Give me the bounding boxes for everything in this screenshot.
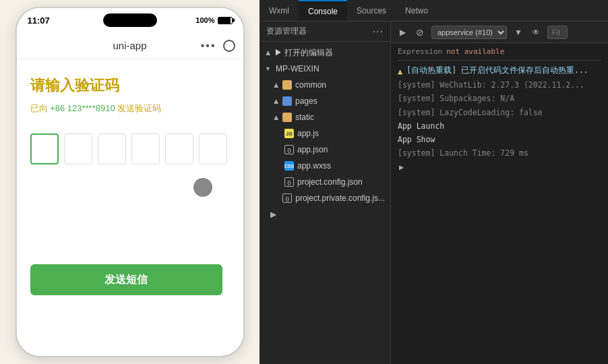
dropdown-icon[interactable]: ▼	[512, 26, 524, 38]
console-content: Expression not available ▲ [自动热重载] 已开启代码…	[391, 43, 608, 364]
tree-chevron[interactable]: ▶	[260, 206, 390, 222]
verify-subtitle: 已向 +86 123****8910 发送验证码	[30, 102, 230, 115]
folder-icon	[282, 113, 292, 122]
phone-navbar: uni-app •••	[17, 32, 243, 59]
context-select[interactable]: appservice (#10)	[431, 26, 507, 39]
phone-content: 请输入验证码 已向 +86 123****8910 发送验证码 发送短信	[17, 59, 243, 311]
code-input-3[interactable]	[98, 133, 126, 164]
arrow-right-icon: ▶	[272, 115, 279, 120]
battery-percent: 100%	[195, 16, 214, 24]
code-input-1[interactable]	[30, 133, 59, 164]
line-text: [system] LazyCodeLoading: false	[398, 107, 543, 119]
js-file-icon: JS	[284, 129, 294, 138]
tree-open-editors[interactable]: ▶ ▶ 打开的编辑器	[260, 44, 390, 61]
file-tree-title: 资源管理器	[266, 26, 307, 37]
tree-static[interactable]: ▶ static	[260, 109, 390, 125]
console-line-2: [system] Subpackages: N/A	[398, 93, 601, 104]
tab-wxml[interactable]: Wxml	[260, 0, 299, 21]
json-file-icon: {}	[284, 177, 294, 187]
file-tree-section: ▶ ▶ 打开的编辑器 ▼ MP-WEIXIN ▶ common ▶	[260, 42, 390, 225]
tree-project-config[interactable]: {} project.config.json	[260, 174, 390, 190]
battery-icon	[218, 17, 233, 24]
folder-blue-icon	[282, 96, 292, 106]
phone-frame: 11:07 100% uni-app ••• 请输入验证码 已向 +86 123…	[16, 7, 245, 357]
eye-icon[interactable]: 👁	[530, 26, 542, 38]
code-input-4[interactable]	[131, 133, 160, 164]
tree-common[interactable]: ▶ common	[260, 77, 390, 93]
arrow-down-icon: ▼	[265, 65, 271, 72]
tree-project-private[interactable]: {} project.private.config.js...	[260, 190, 390, 206]
line-text: App Launch	[398, 121, 444, 132]
file-tree-more-icon[interactable]: ···	[373, 26, 384, 38]
line-text: [system] Launch Time: 729 ms	[398, 148, 528, 159]
console-toolbar: ▶ ⊘ appservice (#10) ▼ 👁	[391, 22, 608, 43]
tree-app-wxss[interactable]: CSS app.wxss	[260, 158, 390, 174]
file-tree-header: 资源管理器 ···	[260, 22, 390, 42]
console-line-3: [system] LazyCodeLoading: false	[398, 107, 601, 119]
battery-fill	[218, 18, 231, 24]
block-icon[interactable]: ⊘	[414, 26, 426, 38]
console-line-5: App Show	[398, 134, 601, 146]
tree-mp-weixin[interactable]: ▼ MP-WEIXIN	[260, 61, 390, 77]
json-file-icon: {}	[284, 145, 294, 154]
warning-icon: ▲	[398, 65, 402, 78]
execute-icon[interactable]: ▶	[396, 26, 408, 38]
console-line-1: [system] WeChatLib: 2.27.3 (2022.11.2...	[398, 80, 601, 91]
code-input-5[interactable]	[165, 133, 193, 164]
line-text: App Show	[398, 134, 435, 146]
phone-panel: 11:07 100% uni-app ••• 请输入验证码 已向 +86 123…	[0, 0, 260, 364]
subtitle-suffix: 发送验证码	[117, 103, 161, 113]
arrow-right-icon: ▶	[272, 99, 279, 104]
phone-time: 11:07	[28, 16, 50, 26]
warning-line: ▲ [自动热重载] 已开启代码文件保存后自动热重...	[398, 65, 601, 78]
phone-status-right: 100%	[195, 16, 232, 24]
json-file-icon: {}	[282, 193, 292, 203]
more-icon[interactable]: •••	[201, 40, 216, 52]
line-text: [system] Subpackages: N/A	[398, 93, 514, 104]
tree-app-json[interactable]: {} app.json	[260, 142, 390, 158]
verify-title: 请输入验证码	[30, 75, 230, 96]
subtitle-prefix: 已向	[30, 103, 48, 113]
record-icon[interactable]	[223, 40, 235, 52]
console-panel: ▶ ⊘ appservice (#10) ▼ 👁 Expression not …	[391, 22, 608, 364]
expression-row: Expression not available	[398, 47, 601, 61]
phone-number: +86 123****8910	[50, 103, 115, 113]
code-inputs	[30, 133, 230, 164]
console-chevron[interactable]: ▶	[399, 162, 601, 172]
ide-main: 资源管理器 ··· ▶ ▶ 打开的编辑器 ▼ MP-WEIXIN ▶	[260, 22, 608, 364]
folder-icon	[282, 80, 292, 90]
code-input-6[interactable]	[199, 133, 227, 164]
phone-status-bar: 11:07 100%	[17, 8, 243, 32]
tree-app-js[interactable]: JS app.js	[260, 125, 390, 142]
line-text: [system] WeChatLib: 2.27.3 (2022.11.2...	[398, 80, 584, 91]
ide-panel: Wxml Console Sources Netwo 资源管理器 ··· ▶ ▶…	[260, 0, 608, 364]
arrow-right-icon: ▶	[272, 83, 279, 88]
mp-weixin-label: MP-WEIXIN	[276, 64, 320, 73]
wxss-file-icon: CSS	[284, 161, 294, 171]
loading-indicator	[193, 178, 212, 197]
expression-value: not available	[446, 47, 504, 56]
expression-label: Expression	[398, 47, 442, 56]
console-line-6: [system] Launch Time: 729 ms	[398, 148, 601, 159]
tab-sources[interactable]: Sources	[347, 0, 396, 21]
tree-pages[interactable]: ▶ pages	[260, 93, 390, 109]
send-sms-button[interactable]: 发送短信	[30, 264, 222, 295]
warning-text: [自动热重载] 已开启代码文件保存后自动热重...	[406, 65, 588, 76]
chevron-icon: ▶	[399, 162, 404, 172]
arrow-icon: ▶	[264, 51, 271, 55]
console-line-4: App Launch	[398, 121, 601, 132]
chevron-right-icon: ▶	[270, 210, 276, 219]
file-tree: 资源管理器 ··· ▶ ▶ 打开的编辑器 ▼ MP-WEIXIN ▶	[260, 22, 391, 364]
phone-notch	[103, 13, 157, 27]
console-filter-input[interactable]	[547, 26, 568, 39]
tab-console[interactable]: Console	[299, 0, 347, 21]
code-input-2[interactable]	[64, 133, 92, 164]
ide-tabs: Wxml Console Sources Netwo	[260, 0, 608, 22]
tab-network[interactable]: Netwo	[396, 0, 437, 21]
nav-icons: •••	[201, 40, 235, 52]
app-title: uni-app	[113, 40, 146, 51]
